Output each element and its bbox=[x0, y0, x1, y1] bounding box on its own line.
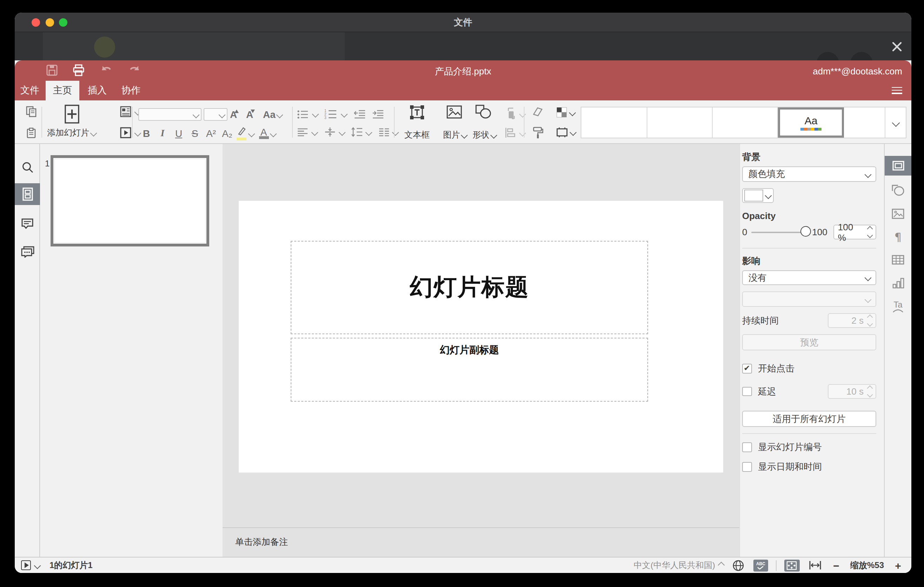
tab-insert[interactable]: 插入 bbox=[88, 81, 107, 101]
spell-check-button[interactable]: ABC bbox=[753, 559, 768, 571]
add-slide-button[interactable] bbox=[64, 105, 79, 126]
apply-to-all-button[interactable]: 适用于所有幻灯片 bbox=[742, 411, 876, 427]
arrange-button[interactable] bbox=[505, 107, 525, 120]
slide-thumbnail[interactable] bbox=[51, 155, 209, 246]
start-slideshow-status-button[interactable] bbox=[21, 560, 31, 570]
chart-icon bbox=[892, 277, 904, 289]
bullets-button[interactable] bbox=[297, 109, 318, 119]
theme-item[interactable] bbox=[647, 107, 713, 138]
increase-font-button[interactable]: A bbox=[228, 109, 244, 120]
comments-button[interactable] bbox=[15, 213, 40, 233]
slide-settings-panel: 背景 颜色填充 Opacity 0 100 100 % bbox=[739, 144, 884, 557]
decrease-indent-button[interactable] bbox=[354, 109, 366, 119]
horizontal-align-button[interactable] bbox=[297, 127, 317, 137]
bold-button[interactable]: B bbox=[138, 128, 155, 139]
insert-shape-button[interactable] bbox=[475, 105, 492, 122]
opacity-input[interactable]: 100 % bbox=[834, 225, 876, 239]
effect-select[interactable]: 没有 bbox=[742, 270, 876, 285]
shape-settings-tab[interactable] bbox=[885, 180, 911, 200]
change-case-button[interactable]: Aa bbox=[261, 109, 282, 120]
copy-button[interactable] bbox=[20, 101, 41, 122]
tab-collaboration[interactable]: 协作 bbox=[122, 81, 140, 101]
superscript-button[interactable]: A² bbox=[203, 128, 219, 139]
font-color-button[interactable]: A bbox=[258, 128, 275, 139]
line-spacing-button[interactable] bbox=[351, 127, 371, 137]
paste-button[interactable] bbox=[20, 122, 41, 144]
image-settings-icon bbox=[892, 208, 904, 219]
slides-icon bbox=[22, 188, 33, 201]
slide-layout-button[interactable] bbox=[120, 106, 140, 117]
start-on-click-checkbox[interactable]: ✔ bbox=[742, 364, 752, 374]
decrease-font-button[interactable]: A bbox=[244, 109, 260, 120]
slide-canvas[interactable]: 幻灯片标题 幻灯片副标题 bbox=[239, 201, 723, 473]
copy-style-button[interactable] bbox=[532, 126, 543, 139]
language-selector[interactable]: 中文(中华人民共和国) bbox=[634, 559, 715, 571]
increase-indent-button[interactable] bbox=[372, 109, 384, 119]
text-box-icon bbox=[409, 105, 425, 120]
zoom-out-button[interactable]: − bbox=[831, 559, 841, 571]
background-fill-select[interactable]: 颜色填充 bbox=[742, 167, 876, 182]
insert-image-button[interactable] bbox=[447, 106, 462, 122]
opacity-slider[interactable] bbox=[751, 231, 804, 233]
paragraph-settings-tab[interactable]: ¶ bbox=[885, 227, 911, 246]
numbering-button[interactable]: 123 bbox=[324, 109, 346, 119]
text-box-button[interactable] bbox=[409, 105, 425, 123]
strikethrough-button[interactable]: S bbox=[187, 128, 203, 139]
title-placeholder[interactable]: 幻灯片标题 bbox=[291, 241, 648, 334]
insert-group: 文本框 图片 bbox=[399, 101, 523, 144]
shape-fill-button[interactable] bbox=[556, 107, 575, 118]
notes-area[interactable]: 单击添加备注 bbox=[223, 527, 739, 557]
search-button[interactable] bbox=[15, 157, 40, 177]
spinner-arrows-icon[interactable] bbox=[868, 227, 872, 237]
theme-gallery-expand-button[interactable] bbox=[885, 107, 906, 138]
notes-placeholder: 单击添加备注 bbox=[235, 536, 288, 548]
delay-input[interactable]: 10 s bbox=[828, 384, 876, 399]
theme-item-selected[interactable]: Aa bbox=[778, 107, 844, 138]
chat-button[interactable] bbox=[15, 242, 40, 261]
italic-button[interactable]: I bbox=[155, 128, 171, 139]
add-slide-label-row[interactable]: 添加幻灯片 bbox=[47, 127, 96, 139]
clear-style-button[interactable] bbox=[532, 106, 544, 118]
vertical-align-button[interactable] bbox=[324, 127, 344, 137]
show-date-time-checkbox[interactable] bbox=[742, 462, 752, 472]
apply-to-all-label: 适用于所有幻灯片 bbox=[773, 412, 846, 425]
fit-slide-button[interactable] bbox=[784, 559, 800, 571]
text-art-settings-tab[interactable]: Ta bbox=[885, 296, 911, 316]
table-settings-tab[interactable] bbox=[885, 250, 911, 270]
theme-item[interactable] bbox=[581, 107, 647, 138]
fit-width-icon[interactable] bbox=[809, 560, 822, 570]
decrease-indent-icon bbox=[354, 109, 366, 119]
tab-home[interactable]: 主页 bbox=[46, 81, 79, 101]
menu-icon[interactable] bbox=[892, 85, 902, 96]
subtitle-placeholder[interactable]: 幻灯片副标题 bbox=[291, 338, 648, 402]
start-slideshow-button[interactable] bbox=[120, 127, 140, 139]
editor-header: 产品介绍.pptx adm***@dootask.com 文件 主页 插入 协作 bbox=[15, 60, 911, 101]
slide-size-button[interactable] bbox=[556, 127, 576, 138]
fill-color-picker[interactable] bbox=[742, 188, 876, 203]
theme-item[interactable] bbox=[844, 107, 885, 138]
slide-settings-tab[interactable] bbox=[885, 156, 911, 176]
opacity-slider-knob[interactable] bbox=[800, 226, 810, 236]
theme-item[interactable] bbox=[713, 107, 778, 138]
chart-settings-tab[interactable] bbox=[885, 273, 911, 293]
slides-panel-button[interactable] bbox=[15, 183, 40, 205]
font-size-select[interactable] bbox=[204, 108, 228, 121]
underline-button[interactable]: U bbox=[171, 128, 187, 139]
tab-file[interactable]: 文件 bbox=[20, 81, 39, 101]
highlight-color-button[interactable] bbox=[235, 126, 254, 140]
zoom-in-button[interactable]: + bbox=[893, 559, 903, 571]
editing-area: 幻灯片标题 幻灯片副标题 单击添加备注 bbox=[223, 144, 739, 557]
opacity-value: 100 % bbox=[838, 221, 864, 242]
align-objects-button[interactable] bbox=[505, 127, 525, 139]
close-icon[interactable] bbox=[892, 41, 902, 52]
preview-button[interactable]: 预览 bbox=[742, 334, 876, 350]
set-language-globe-icon[interactable] bbox=[732, 559, 744, 571]
image-settings-tab[interactable] bbox=[885, 204, 911, 223]
effect-type-select[interactable] bbox=[742, 292, 876, 307]
delay-checkbox[interactable] bbox=[742, 387, 752, 396]
font-name-select[interactable] bbox=[138, 108, 201, 121]
add-slide-label: 添加幻灯片 bbox=[47, 127, 89, 139]
subscript-button[interactable]: A₂ bbox=[219, 128, 235, 139]
duration-input[interactable]: 2 s bbox=[828, 313, 876, 328]
show-slide-number-checkbox[interactable] bbox=[742, 443, 752, 452]
